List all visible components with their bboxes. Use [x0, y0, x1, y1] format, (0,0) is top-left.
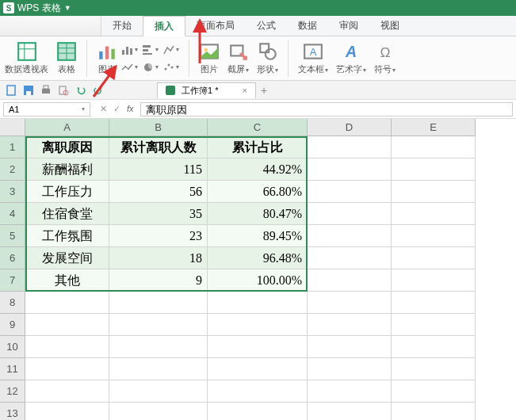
row-header[interactable]: 1 [0, 136, 25, 158]
tab-view[interactable]: 视图 [369, 16, 411, 36]
undo-icon[interactable] [75, 84, 87, 97]
row-header[interactable]: 13 [0, 403, 25, 420]
cell[interactable] [308, 269, 392, 292]
cell[interactable]: 35 [109, 203, 208, 225]
cell[interactable] [308, 203, 392, 225]
bar-chart-icon[interactable]: ▾ [120, 42, 138, 58]
enter-icon[interactable]: ✓ [113, 104, 120, 114]
new-icon[interactable] [5, 84, 17, 97]
cell[interactable]: 9 [109, 269, 208, 292]
formula-input[interactable]: 离职原因 [140, 102, 513, 116]
print-icon[interactable] [40, 84, 52, 97]
document-tab[interactable]: 工作簿1 * × [157, 82, 256, 98]
table-button[interactable]: 表格 [56, 41, 77, 75]
col-header-E[interactable]: E [392, 119, 476, 136]
row-header[interactable]: 7 [0, 269, 25, 292]
cell[interactable]: 发展空间 [25, 247, 109, 269]
cell[interactable]: 100.00% [208, 269, 308, 292]
cell[interactable] [308, 336, 392, 358]
col-header-B[interactable]: B [109, 119, 208, 136]
wordart-button[interactable]: A 艺术字▾ [336, 41, 366, 75]
tab-insert[interactable]: 插入 [143, 16, 185, 36]
print-preview-icon[interactable] [57, 84, 70, 97]
cell[interactable]: 96.48% [208, 247, 308, 269]
cell[interactable] [392, 181, 476, 203]
cell[interactable]: 其他 [25, 269, 109, 292]
cell[interactable] [25, 336, 109, 358]
cell[interactable] [392, 380, 476, 403]
fx-icon[interactable]: fx [127, 104, 134, 114]
cell[interactable]: 66.80% [208, 181, 308, 203]
row-header[interactable]: 6 [0, 247, 25, 269]
cell[interactable]: 累计离职人数 [109, 136, 208, 158]
cell[interactable]: 44.92% [208, 158, 308, 181]
cell[interactable] [208, 314, 308, 336]
row-header[interactable]: 11 [0, 358, 25, 380]
chart-button[interactable]: 图表 [97, 41, 117, 75]
cell[interactable] [25, 292, 109, 314]
cell[interactable] [109, 314, 208, 336]
cancel-icon[interactable]: ✕ [100, 104, 107, 114]
spreadsheet-grid[interactable]: A B C D E 1离职原因累计离职人数累计占比2薪酬福利11544.92%3… [0, 119, 516, 420]
cell[interactable] [392, 225, 476, 247]
cell[interactable] [392, 247, 476, 269]
cell[interactable] [25, 403, 109, 420]
cell[interactable] [308, 314, 392, 336]
cell[interactable] [25, 314, 109, 336]
cell[interactable] [208, 380, 308, 403]
cell[interactable]: 住宿食堂 [25, 203, 109, 225]
close-tab-icon[interactable]: × [242, 86, 247, 95]
cell[interactable] [308, 181, 392, 203]
stock-chart-icon[interactable]: ▾ [162, 42, 179, 58]
tab-home[interactable]: 开始 [101, 16, 143, 36]
cell[interactable] [109, 403, 208, 420]
cell[interactable] [208, 336, 308, 358]
add-tab-button[interactable]: + [261, 84, 267, 97]
row-header[interactable]: 4 [0, 203, 25, 225]
tab-data[interactable]: 数据 [287, 16, 328, 36]
screenshot-button[interactable]: 截屏▾ [227, 41, 249, 75]
cell[interactable] [308, 136, 392, 158]
textbox-button[interactable]: A 文本框▾ [298, 41, 328, 75]
select-all-corner[interactable] [0, 119, 25, 136]
scatter-chart-icon[interactable]: ▾ [162, 59, 179, 75]
cell[interactable] [208, 358, 308, 380]
cell[interactable] [308, 247, 392, 269]
cell[interactable]: 薪酬福利 [25, 158, 109, 181]
cell[interactable] [208, 403, 308, 420]
cell[interactable]: 23 [109, 225, 208, 247]
app-menu-dropdown-icon[interactable]: ▼ [64, 4, 71, 12]
cell[interactable]: 80.47% [208, 203, 308, 225]
cell[interactable] [109, 380, 208, 403]
cell[interactable] [392, 203, 476, 225]
cell[interactable] [392, 314, 476, 336]
shape-button[interactable]: 形状▾ [257, 41, 278, 75]
cell[interactable] [208, 292, 308, 314]
cell[interactable] [392, 403, 476, 420]
row-header[interactable]: 9 [0, 314, 25, 336]
cell[interactable]: 89.45% [208, 225, 308, 247]
name-box-dropdown-icon[interactable]: ▾ [82, 105, 85, 113]
tab-page-layout[interactable]: 页面布局 [185, 16, 246, 36]
cell[interactable]: 累计占比 [208, 136, 308, 158]
row-header[interactable]: 8 [0, 292, 25, 314]
col-header-D[interactable]: D [308, 119, 392, 136]
cell[interactable] [308, 292, 392, 314]
cell[interactable] [308, 380, 392, 403]
pie-chart-icon[interactable]: ▾ [141, 59, 159, 75]
row-header[interactable]: 10 [0, 336, 25, 358]
redo-icon[interactable] [92, 84, 105, 97]
cell[interactable] [308, 358, 392, 380]
name-box[interactable]: A1 ▾ [3, 102, 90, 116]
cell[interactable] [25, 358, 109, 380]
cell[interactable] [25, 380, 109, 403]
cell[interactable] [392, 358, 476, 380]
cell[interactable]: 18 [109, 247, 208, 269]
col-header-C[interactable]: C [208, 119, 308, 136]
save-icon[interactable] [22, 84, 35, 97]
cell[interactable] [392, 292, 476, 314]
cell[interactable] [308, 403, 392, 420]
cell[interactable]: 115 [109, 158, 208, 181]
cell[interactable] [392, 336, 476, 358]
row-header[interactable]: 5 [0, 225, 25, 247]
